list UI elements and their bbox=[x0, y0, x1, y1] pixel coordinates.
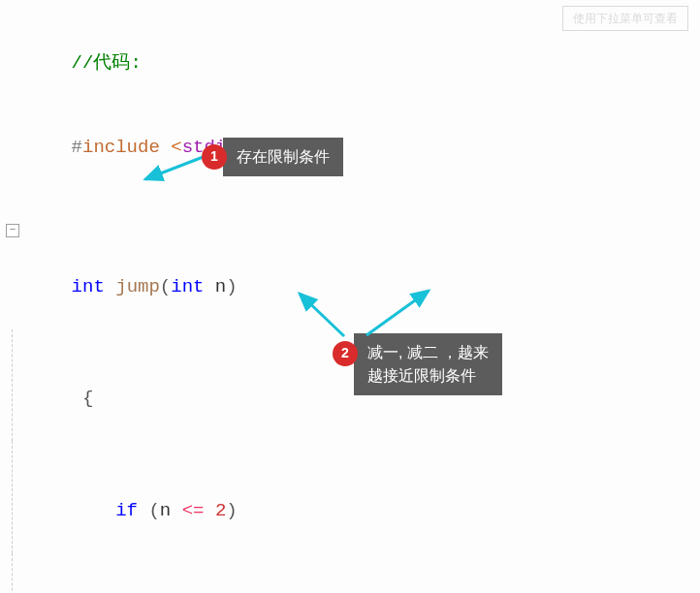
space bbox=[204, 500, 214, 521]
punct: ) bbox=[226, 500, 237, 521]
callout-bubble-1: 存在限制条件 bbox=[223, 138, 343, 176]
callout-badge-1: 1 bbox=[202, 144, 227, 170]
callout-badge-2: 2 bbox=[333, 341, 358, 366]
code-line: //代码: bbox=[6, 21, 700, 106]
code-editor: //代码: #include <stdio.h> − int jump(int … bbox=[0, 0, 700, 593]
fold-button[interactable]: − bbox=[6, 224, 19, 237]
preproc: # bbox=[72, 137, 82, 158]
operator: <= bbox=[182, 500, 205, 521]
fold-guide bbox=[12, 441, 13, 553]
keyword: int bbox=[72, 276, 105, 297]
comment-text: //代码: bbox=[72, 52, 142, 74]
ident: n bbox=[160, 500, 182, 521]
code-line: − int jump(int n) bbox=[6, 217, 700, 329]
punct: ( bbox=[160, 276, 171, 297]
callout-2: 2 减一, 减二 ，越来 越接近限制条件 bbox=[333, 333, 502, 395]
keyword: if bbox=[72, 500, 138, 521]
blank-line bbox=[6, 189, 700, 217]
code-line: #include <stdio.h> bbox=[6, 106, 700, 190]
callout-1: 1 存在限制条件 bbox=[202, 138, 343, 176]
angle-bracket: < bbox=[160, 137, 182, 158]
fold-guide bbox=[12, 553, 13, 593]
ident: n bbox=[204, 276, 226, 297]
punct: ) bbox=[226, 276, 237, 297]
number: 2 bbox=[215, 500, 226, 521]
callout-bubble-2: 减一, 减二 ，越来 越接近限制条件 bbox=[354, 333, 502, 395]
punct: ( bbox=[138, 500, 160, 521]
fold-guide bbox=[12, 329, 13, 442]
brace: { bbox=[72, 388, 94, 409]
func-name: jump bbox=[105, 276, 160, 297]
code-line: if (n <= 2) bbox=[6, 441, 700, 553]
code-line: return n; bbox=[6, 553, 700, 593]
keyword: int bbox=[171, 276, 204, 297]
preproc: include bbox=[82, 137, 160, 158]
